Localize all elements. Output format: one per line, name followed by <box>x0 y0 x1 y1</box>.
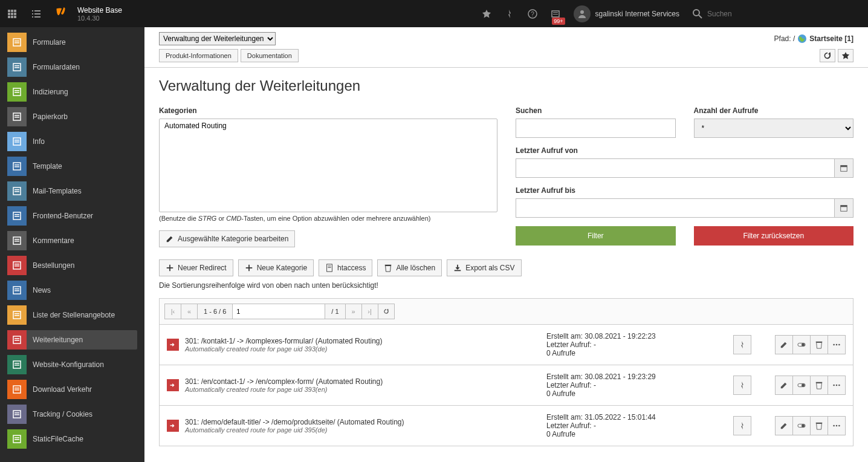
svg-rect-76 <box>841 166 847 168</box>
edit-category-button[interactable]: Ausgewählte Kategorie bearbeiten <box>159 230 295 247</box>
sidebar-item-label: Tracking / Cookies <box>27 410 92 418</box>
calendar-icon[interactable] <box>834 158 853 178</box>
export-csv-button[interactable]: Export als CSV <box>447 259 521 276</box>
sidebar-item-formulare[interactable]: Formulare <box>7 33 137 52</box>
sort-note: Die Sortierungsreihenfolge wird von oben… <box>159 281 853 290</box>
user-menu[interactable]: sgalinski Internet Services <box>568 5 685 22</box>
redirect-icon <box>167 420 179 432</box>
topbar-right: ? 99+ sgalinski Internet Services <box>476 0 868 27</box>
more-button[interactable] <box>828 416 846 435</box>
last-to-label: Letzter Aufruf bis <box>516 186 853 195</box>
sidebar-item-tracking-cookies[interactable]: Tracking / Cookies <box>7 405 137 424</box>
pager-refresh[interactable] <box>378 304 395 319</box>
sidebar-item-news[interactable]: News <box>7 281 137 300</box>
sidebar-item-formulardaten[interactable]: Formulardaten <box>7 57 137 77</box>
row-meta: Erstellt am: 30.08.2021 - 19:23:29Letzte… <box>546 373 728 398</box>
edit-button[interactable] <box>775 335 793 354</box>
edit-button[interactable] <box>775 416 793 435</box>
calendar-icon[interactable] <box>834 198 853 218</box>
sidebar-item-indizierung[interactable]: Indizierung <box>7 82 137 102</box>
toggle-button[interactable] <box>792 416 811 435</box>
refresh-button[interactable] <box>820 49 835 62</box>
doc-tab[interactable]: Produkt-Informationen <box>159 49 238 62</box>
sidebar-item-info[interactable]: Info <box>7 132 137 151</box>
site-info: Website Base 10.4.30 <box>73 6 122 22</box>
toggle-button[interactable] <box>792 335 811 354</box>
search-input[interactable] <box>707 10 852 18</box>
reset-filter-button[interactable]: Filter zurücksetzen <box>694 226 854 246</box>
svg-rect-39 <box>15 164 19 166</box>
delete-button[interactable] <box>810 416 828 435</box>
module-icon <box>7 231 27 250</box>
search-filter-input[interactable] <box>516 119 676 138</box>
search-icon <box>693 9 702 19</box>
last-from-input[interactable] <box>516 158 834 178</box>
apps-icon[interactable] <box>0 0 24 27</box>
pager-first[interactable]: |‹ <box>164 304 181 319</box>
more-button[interactable] <box>828 376 846 395</box>
search-block[interactable] <box>687 9 868 19</box>
notifications-icon[interactable]: 99+ <box>545 0 566 27</box>
edit-button[interactable] <box>775 376 793 395</box>
categories-select[interactable]: Automated Routing <box>159 119 497 212</box>
svg-point-105 <box>838 425 840 427</box>
sidebar-item-liste-der-stellenangebote[interactable]: Liste der Stellenangebote <box>7 305 137 325</box>
svg-text:?: ? <box>531 11 534 18</box>
typo3-logo-icon <box>48 0 73 27</box>
module-select[interactable]: Verwaltung der Weiterleitungen <box>159 32 276 45</box>
svg-point-99 <box>838 385 840 386</box>
pager-page-input[interactable] <box>232 304 325 319</box>
sidebar-item-template[interactable]: Template <box>7 157 137 176</box>
cache-icon[interactable] <box>499 0 520 27</box>
toggle-button[interactable] <box>792 376 811 395</box>
svg-rect-86 <box>385 265 392 266</box>
more-button[interactable] <box>828 335 846 354</box>
module-icon <box>7 355 27 374</box>
sidebar-item-website-konfiguration[interactable]: Website-Konfiguration <box>7 355 137 374</box>
sidebar-item-label: Info <box>27 137 45 146</box>
last-to-input[interactable] <box>516 198 834 218</box>
sidebar-item-staticfilecache[interactable]: StaticFileCache <box>7 429 137 449</box>
bolt-button[interactable] <box>733 416 751 435</box>
svg-rect-4 <box>11 13 13 15</box>
pager-last[interactable]: ›| <box>361 304 378 319</box>
sidebar-item-bestellungen[interactable]: Bestellungen <box>7 256 137 275</box>
help-icon[interactable]: ? <box>522 0 543 27</box>
pager-next[interactable]: » <box>345 304 362 319</box>
delete-button[interactable] <box>810 376 828 395</box>
site-version: 10.4.30 <box>77 15 122 22</box>
new-category-button[interactable]: Neue Kategorie <box>238 259 314 276</box>
svg-rect-1 <box>11 10 13 12</box>
sidebar-item-weiterleitungen[interactable]: Weiterleitungen <box>7 330 137 350</box>
sidebar-item-label: Mail-Templates <box>27 187 82 195</box>
svg-rect-52 <box>15 265 19 267</box>
sidebar-item-label: Kommentare <box>27 236 74 245</box>
bolt-button[interactable] <box>733 376 751 395</box>
sidebar-item-frontend-benutzer[interactable]: Frontend-Benutzer <box>7 206 137 226</box>
sidebar-item-papierkorb[interactable]: Papierkorb <box>7 107 137 126</box>
doc-tab[interactable]: Dokumentation <box>241 49 299 62</box>
docheader: Verwaltung der Weiterleitungen Pfad: / S… <box>144 27 868 68</box>
bookmark-button[interactable] <box>838 49 853 62</box>
sidebar-item-label: Website-Konfiguration <box>27 360 104 369</box>
module-icon <box>7 281 27 300</box>
svg-rect-66 <box>15 388 19 389</box>
filter-button[interactable]: Filter <box>516 226 676 246</box>
module-icon <box>7 107 27 126</box>
delete-all-button[interactable]: Alle löschen <box>377 259 442 276</box>
module-icon <box>7 82 27 102</box>
sidebar-item-download-verkehr[interactable]: Download Verkehr <box>7 380 137 399</box>
pager-prev[interactable]: « <box>181 304 198 319</box>
page-title: Verwaltung der Weiterleitungen <box>159 77 853 94</box>
svg-rect-11 <box>32 13 33 15</box>
sidebar-item-mail-templates[interactable]: Mail-Templates <box>7 181 137 201</box>
hits-select[interactable]: * <box>694 119 854 138</box>
svg-rect-60 <box>15 338 19 339</box>
delete-button[interactable] <box>810 335 828 354</box>
htaccess-button[interactable]: htaccess <box>319 259 372 276</box>
star-icon[interactable] <box>476 0 497 27</box>
list-icon[interactable] <box>24 0 48 27</box>
sidebar-item-kommentare[interactable]: Kommentare <box>7 231 137 250</box>
new-redirect-button[interactable]: Neuer Redirect <box>159 259 233 276</box>
bolt-button[interactable] <box>733 335 751 354</box>
